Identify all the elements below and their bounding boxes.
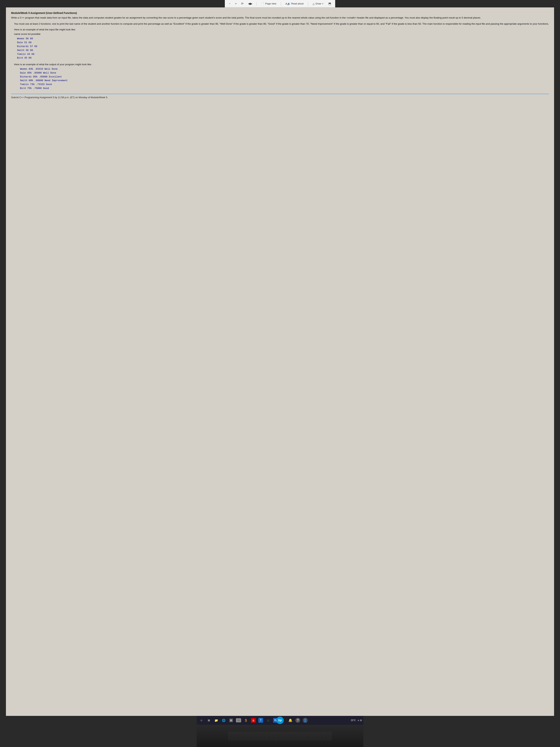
read-aloud-button[interactable]: A🔊 Read aloud	[284, 2, 305, 5]
apps-grid-icon: ⊞	[208, 719, 210, 722]
hp-label: hp	[278, 719, 282, 722]
user-button[interactable]: 👤	[302, 717, 309, 724]
browser-icon: 🌐	[222, 719, 225, 722]
mail-button[interactable]: ✉	[235, 717, 242, 724]
output-row-4: Smith 60% .60000 Need Improvement	[20, 79, 549, 83]
bottom-hardware-area: // Generate speaker dots const dotContai…	[197, 725, 363, 747]
page-view-icon: 📄	[261, 2, 264, 5]
nav-button[interactable]: ◀▶	[247, 1, 254, 6]
taskbar: ○ ⊞ 📁 🌐 ⊞ ✉ $ a T ♫ W ✕ 🔔 ? 👤 hp	[197, 716, 363, 725]
draw-button[interactable]: △ Draw ∨	[311, 2, 325, 5]
taskbar-right-area: 23°C ∧ ⊟	[350, 719, 362, 722]
user-icon: 👤	[302, 718, 308, 723]
input-header: name score tot possible	[14, 32, 549, 36]
bell-icon: 🔔	[288, 718, 292, 722]
output-row-1: Weems 83% .83333 Well Done	[20, 67, 549, 71]
output-row-2: Dale 85% .85000 Well Done	[20, 71, 549, 75]
hp-logo[interactable]: hp	[276, 717, 284, 724]
t-icon: T	[258, 718, 263, 723]
save-icon-button[interactable]: ⬒	[327, 1, 332, 6]
t-button[interactable]: T	[258, 717, 264, 724]
output-row-3: Richards 95% .95000 Excellent	[20, 75, 549, 79]
mail-icon: ✉	[236, 718, 241, 722]
input-row-6: Bird 45 60	[17, 56, 549, 60]
grid2-button[interactable]: ⊞	[228, 717, 235, 724]
browser-button[interactable]: 🌐	[220, 717, 227, 724]
section1-text: You must use at least 2 functions: one t…	[14, 22, 549, 25]
input-data-block: Weems 50 60 Dale 51 60 Richards 57 60 Sm…	[17, 37, 549, 60]
zoom-in-button[interactable]: +	[234, 2, 238, 6]
start-button[interactable]: ○	[198, 717, 205, 724]
files-button[interactable]: 📁	[213, 717, 220, 724]
input-row-1: Weems 50 60	[17, 37, 549, 41]
doc-section-functions: You must use at least 2 functions: one t…	[14, 22, 549, 26]
output-data-block: Weems 83% .83333 Well Done Dale 85% .850…	[20, 67, 549, 91]
output-example-section: Here is an example of what the output of…	[14, 62, 549, 91]
document-toolbar: − + ⟳ ◀▶ 📄 Page view A🔊 Read aloud △ Dra…	[225, 0, 336, 7]
output-row-5: Tomlin 73% .73333 Good	[20, 83, 549, 86]
input-row-4: Smith 36 60	[17, 49, 549, 52]
page-view-button[interactable]: 📄 Page view	[260, 2, 278, 5]
music-icon: ♫	[267, 719, 269, 722]
input-example-intro: Here is an example of what the input fil…	[14, 28, 549, 32]
document-intro: Write a C++ program that reads data from…	[11, 16, 549, 20]
read-aloud-label: Read aloud	[291, 2, 304, 5]
music-button[interactable]: ♫	[265, 717, 271, 724]
document-area: Module/Week 5 Assignment (User-Defined F…	[6, 7, 554, 716]
output-row-6: Bird 75% .75000 Good	[20, 86, 549, 91]
files-icon: 📁	[214, 719, 218, 722]
bell-button[interactable]: 🔔	[287, 717, 294, 724]
help-icon: ?	[295, 718, 300, 723]
a-button[interactable]: a	[250, 717, 257, 724]
tray-icon[interactable]: ⊟	[360, 719, 362, 722]
help-circle-button[interactable]: ?	[294, 717, 301, 724]
input-row-5: Tomlin 44 60	[17, 52, 549, 56]
refresh-button[interactable]: ⟳	[240, 1, 245, 6]
dollar-button[interactable]: $	[243, 717, 249, 724]
chevron-up-icon[interactable]: ∧	[357, 719, 359, 722]
read-aloud-icon: A🔊	[285, 2, 290, 5]
a-icon: a	[251, 718, 256, 723]
input-row-3: Richards 57 60	[17, 45, 549, 49]
document-title: Module/Week 5 Assignment (User-Defined F…	[11, 11, 549, 15]
output-example-intro: Here is an example of what the output of…	[14, 62, 549, 67]
start-icon: ○	[201, 719, 203, 722]
draw-label: Draw	[316, 2, 321, 5]
divider-3	[308, 2, 308, 5]
page-view-label: Page view	[265, 2, 276, 5]
apps-grid-button[interactable]: ⊞	[206, 717, 212, 724]
temperature-display: 23°C	[350, 719, 357, 722]
hp-logo-center: hp	[276, 717, 284, 724]
draw-chevron-icon: ∨	[322, 2, 323, 5]
dollar-icon: $	[245, 718, 247, 723]
input-example-section: Here is an example of what the input fil…	[14, 28, 549, 60]
input-row-2: Dale 51 60	[17, 41, 549, 45]
draw-icon: △	[313, 2, 315, 5]
zoom-out-button[interactable]: −	[228, 2, 232, 6]
submit-line: Submit C++ Programming Assignment 5 by 1…	[11, 94, 549, 99]
grid2-icon: ⊞	[229, 719, 233, 722]
speaker-grille: // Generate speaker dots const dotContai…	[206, 732, 354, 740]
